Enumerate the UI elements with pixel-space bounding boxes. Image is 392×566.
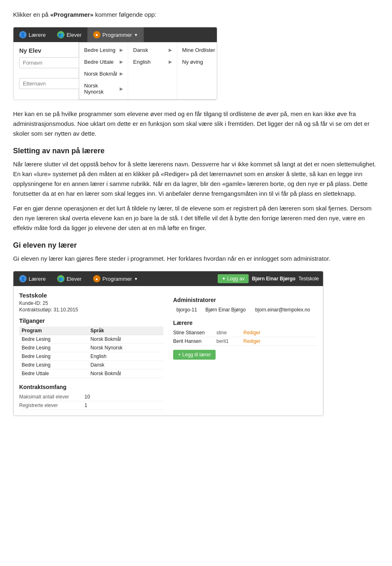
- contract-row-reg: Registrerte elever 1: [19, 401, 163, 410]
- elever-icon: 👥: [57, 31, 65, 38]
- tilganger-title: Tilganger: [19, 318, 163, 324]
- heading-sletting: Sletting av navn på lærere: [13, 147, 379, 155]
- fornavn-input[interactable]: [19, 57, 85, 68]
- col-sprak: Språk: [88, 327, 163, 335]
- access-table: Program Språk Bedre LesingNorsk Bokmål B…: [19, 327, 163, 378]
- arrow-icon: ▶: [169, 59, 172, 65]
- programmer-icon: ●: [93, 31, 100, 38]
- teacher-row-stine: Stine Stiansen stine Rediger: [173, 329, 317, 337]
- edit-link-berit[interactable]: Rediger: [243, 338, 261, 344]
- contract-row-max: Maksimalt antall elever 10: [19, 393, 163, 401]
- admin-row: bjorgo-11 Bjørn Einar Bjørgo bjorn.einar…: [173, 306, 317, 314]
- dropdown-col-3: Mine Ordlister Ny øving: [177, 43, 217, 99]
- chevron-down-icon-2: ▼: [134, 277, 138, 281]
- arrow-icon: ▶: [120, 71, 123, 76]
- table-row: Bedre LesingEnglish: [19, 352, 163, 361]
- dropdown-col-2: Dansk ▶ English ▶: [128, 43, 177, 99]
- nav-item-elever[interactable]: 👥 Elever: [51, 27, 87, 42]
- intro-heading: Klikker en på «Programmer» kommer følgen…: [13, 10, 379, 20]
- form-area: Ny Elev: [13, 42, 79, 100]
- etternavn-input[interactable]: [19, 78, 85, 89]
- dropdown-area: Ny Elev Bedre Lesing ▶ Bedre Uttale ▶ No…: [13, 42, 217, 100]
- left-column: Testskole Kunde-ID: 25 Kontraktsutløp: 3…: [19, 292, 163, 410]
- nav-item-larere[interactable]: 👤 Lærere: [13, 27, 51, 42]
- dropdown-item-mine-ordlister[interactable]: Mine Ordlister: [177, 44, 217, 56]
- larere-icon-2: 👤: [19, 275, 27, 282]
- contract-section: Kontraktsomfang Maksimalt antall elever …: [19, 384, 163, 410]
- screenshot-1: 👤 Lærere 👥 Elever ● Programmer ▼ Ny Elev…: [13, 27, 217, 100]
- kontrakt-utlop: Kontraktsutløp: 31.10.2015: [19, 307, 163, 313]
- table-row: Bedre LesingNorsk Nynorsk: [19, 344, 163, 352]
- nav-bar-2: 👤 Lærere 👥 Elever ● Programmer ▼ ✦ Logg …: [13, 271, 323, 286]
- larere-icon: 👤: [19, 31, 27, 38]
- right-column: Administratorer bjorgo-11 Bjørn Einar Bj…: [173, 292, 317, 410]
- arrow-icon: ▶: [169, 47, 172, 53]
- heading-gi: Gi eleven ny lærer: [13, 241, 379, 250]
- admin-title: Administratorer: [173, 297, 317, 303]
- col-program: Program: [19, 327, 88, 335]
- teacher-row-berit: Berit Hansen berit1 Rediger: [173, 337, 317, 346]
- dropdown-item-bedre-lesing[interactable]: Bedre Lesing ▶: [79, 44, 128, 56]
- dropdown-item-norsk-bokmal[interactable]: Norsk Bokmål ▶: [79, 68, 128, 80]
- paragraph-3: Før en gjør denne operasjonen er det lur…: [13, 204, 379, 233]
- dropdown-menu: Bedre Lesing ▶ Bedre Uttale ▶ Norsk Bokm…: [79, 42, 217, 100]
- school-name: Testskole: [19, 292, 163, 299]
- teachers-section: Lærere Stine Stiansen stine Rediger Beri…: [173, 320, 317, 360]
- table-row: Bedre UttaleNorsk Bokmål: [19, 369, 163, 378]
- dropdown-item-ny-oving[interactable]: Ny øving: [177, 56, 217, 68]
- table-row: Bedre LesingNorsk Bokmål: [19, 335, 163, 344]
- screenshot-2: 👤 Lærere 👥 Elever ● Programmer ▼ ✦ Logg …: [13, 271, 323, 416]
- dropdown-item-english[interactable]: English ▶: [128, 56, 177, 68]
- user-info: Bjørn Einar Bjørgo Testskole: [252, 276, 319, 282]
- nav2-item-elever[interactable]: 👥 Elever: [51, 271, 87, 286]
- paragraph-1: Her kan en se på hvilke programmer som e…: [13, 109, 379, 139]
- table-row: Bedre LesingDansk: [19, 361, 163, 369]
- arrow-icon: ▶: [120, 86, 123, 92]
- arrow-icon: ▶: [120, 47, 123, 53]
- programmer-icon-2: ●: [93, 275, 100, 282]
- chevron-down-icon: ▼: [134, 33, 138, 37]
- dropdown-col-1: Bedre Lesing ▶ Bedre Uttale ▶ Norsk Bokm…: [79, 43, 128, 99]
- nav2-item-larere[interactable]: 👤 Lærere: [13, 271, 51, 286]
- add-teacher-button[interactable]: + Legg til lærer: [173, 350, 216, 360]
- arrow-icon: ▶: [120, 59, 123, 65]
- nav2-item-programmer[interactable]: ● Programmer ▼: [87, 271, 144, 286]
- edit-link-stine[interactable]: Rediger: [243, 330, 261, 336]
- elever-icon-2: 👥: [57, 275, 65, 282]
- paragraph-4: Gi eleven ny lærer kan gjøres flere sted…: [13, 254, 379, 264]
- dropdown-item-dansk[interactable]: Dansk ▶: [128, 44, 177, 56]
- admin-content: Testskole Kunde-ID: 25 Kontraktsutløp: 3…: [13, 286, 323, 416]
- paragraph-2: Når lærere slutter vil det oppstå behov …: [13, 159, 379, 199]
- logout-button[interactable]: ✦ Logg av: [218, 274, 249, 283]
- form-title: Ny Elev: [19, 47, 73, 54]
- dropdown-item-norsk-nynorsk[interactable]: Norsk Nynorsk ▶: [79, 80, 128, 98]
- dropdown-item-bedre-uttale[interactable]: Bedre Uttale ▶: [79, 56, 128, 68]
- kunde-id: Kunde-ID: 25: [19, 300, 163, 306]
- admin-table: bjorgo-11 Bjørn Einar Bjørgo bjorn.einar…: [173, 306, 317, 314]
- nav-item-programmer[interactable]: ● Programmer ▼: [87, 27, 144, 42]
- teachers-title: Lærere: [173, 320, 317, 326]
- nav-bar-1: 👤 Lærere 👥 Elever ● Programmer ▼: [13, 27, 217, 42]
- contract-title: Kontraktsomfang: [19, 384, 163, 390]
